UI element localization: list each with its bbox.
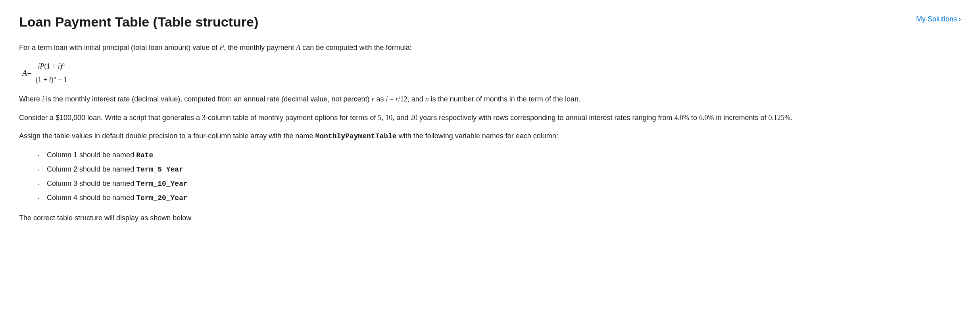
var-n: n (425, 95, 429, 103)
text: (1 + (44, 62, 58, 70)
num: 20 (410, 114, 417, 122)
num: 5 (378, 114, 381, 122)
list-item: Column 1 should be named Rate (47, 149, 961, 161)
column-name: Term_20_Year (136, 194, 188, 202)
column-list: Column 1 should be named Rate Column 2 s… (19, 149, 961, 204)
chevron-right-icon: › (959, 13, 961, 25)
formula-denominator: (1 + i)n − 1 (34, 73, 69, 86)
text: as (374, 95, 386, 103)
num: 0.125% (769, 114, 791, 122)
text: , (381, 114, 385, 122)
text: is the number of months in the term of t… (429, 95, 580, 103)
text: to (689, 114, 699, 122)
formula-numerator: iP(1 + i)n (37, 61, 66, 73)
text: Column 2 should be named (47, 165, 136, 173)
where-paragraph: Where i is the monthly interest rate (de… (19, 93, 961, 105)
var-r: r (396, 95, 398, 103)
text: , and (407, 95, 425, 103)
text: Column 4 should be named (47, 194, 136, 202)
num: 4.0% (674, 114, 690, 122)
consider-paragraph: Consider a $100,000 loan. Write a script… (19, 112, 961, 124)
text: Where (19, 95, 42, 103)
text: (1 + (36, 76, 49, 84)
text: -column table of monthly payment options… (206, 114, 378, 122)
text: = (388, 95, 396, 103)
formula-block: A = iP(1 + i)n (1 + i)n − 1 (22, 61, 961, 86)
text: iP (38, 62, 44, 70)
text: /12 (398, 95, 407, 103)
formula-lhs: A (22, 67, 27, 79)
list-item: Column 4 should be named Term_20_Year (47, 192, 961, 204)
my-solutions-label: My Solutions (916, 13, 957, 25)
text: years respectively with rows correspondi… (417, 114, 674, 122)
formula-fraction: iP(1 + i)n (1 + i)n − 1 (34, 61, 69, 86)
text: . (790, 114, 792, 122)
code-table-name: MonthlyPaymentTable (315, 132, 396, 140)
text: − 1 (56, 76, 67, 84)
text: , the monthly payment (224, 44, 296, 52)
closing-paragraph: The correct table structure will display… (19, 212, 961, 224)
list-item: Column 3 should be named Term_10_Year (47, 178, 961, 190)
var-A: A (296, 44, 300, 52)
num: 3 (202, 114, 206, 122)
text: can be computed with the formula: (300, 44, 411, 52)
text: , and (392, 114, 410, 122)
num: 6.0% (699, 114, 714, 122)
formula-equals: = (27, 67, 31, 79)
list-item: Column 2 should be named Term_5_Year (47, 164, 961, 176)
intro-paragraph: For a term loan with initial principal (… (19, 42, 961, 53)
text: Consider a $100,000 loan. Write a script… (19, 114, 202, 122)
num: 10 (385, 114, 392, 122)
column-name: Term_5_Year (136, 166, 183, 174)
text: Column 3 should be named (47, 179, 136, 187)
text: is the monthly interest rate (decimal va… (44, 95, 371, 103)
text: Assign the table values in default doubl… (19, 132, 315, 140)
text: with the following variable names for ea… (397, 132, 558, 140)
exp-n: n (62, 61, 65, 67)
text: in increments of (714, 114, 769, 122)
text: For a term loan with initial principal (… (19, 44, 219, 52)
column-name: Term_10_Year (136, 180, 188, 188)
header-row: Loan Payment Table (Table structure) My … (19, 11, 961, 32)
assign-paragraph: Assign the table values in default doubl… (19, 130, 961, 142)
var-P: P (219, 44, 224, 52)
my-solutions-link[interactable]: My Solutions › (916, 13, 961, 25)
page-title: Loan Payment Table (Table structure) (19, 11, 258, 32)
column-name: Rate (136, 151, 153, 159)
text: Column 1 should be named (47, 151, 136, 159)
